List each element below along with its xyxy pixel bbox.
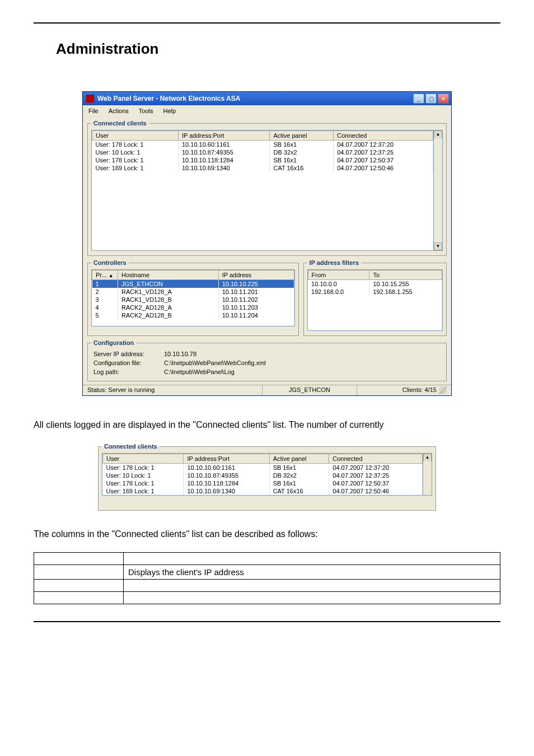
col-ip[interactable]: IP address:Port <box>184 454 269 464</box>
cell: User: 178 Lock: 1 <box>92 156 179 164</box>
menu-tools[interactable]: Tools <box>139 108 153 114</box>
cell: 04.07.2007 12:37:25 <box>334 148 433 156</box>
ip-filters-legend: IP address filters <box>307 259 361 266</box>
cell: 1 <box>92 280 118 288</box>
cell: 192.168.0.0 <box>308 288 369 296</box>
close-button[interactable]: ✕ <box>438 94 449 104</box>
cell: DB 32x2 <box>270 148 334 156</box>
col-panel[interactable]: Active panel <box>269 454 329 464</box>
cell: 2 <box>92 288 118 296</box>
scroll-up-icon[interactable]: ▲ <box>434 130 442 138</box>
cell <box>124 592 500 604</box>
col-pr-label: Pr... <box>96 272 107 278</box>
cell: User: 178 Lock: 1 <box>92 141 179 149</box>
minimize-button[interactable]: _ <box>413 94 424 104</box>
table-row[interactable]: 3 RACK1_VD128_B 10.10.11.202 <box>92 296 294 304</box>
connected-clients-group: Connected clients User IP address:Port A… <box>87 120 447 256</box>
cell: 10.10.10.60:1161 <box>184 464 269 472</box>
table-row[interactable]: User: 10 Lock: 1 10.10.10.87:49355 DB 32… <box>92 148 433 156</box>
table-row[interactable]: User: 178 Lock: 1 10.10.10.118:1284 SB 1… <box>92 156 433 164</box>
col-host[interactable]: Hostname <box>118 270 219 280</box>
menu-actions[interactable]: Actions <box>109 108 129 114</box>
col-from[interactable]: From <box>308 270 369 280</box>
menu-help[interactable]: Help <box>163 108 176 114</box>
body-paragraph-1: All clients logged in are displayed in t… <box>34 418 500 432</box>
cell: 10.10.10.60:1161 <box>179 141 270 149</box>
table-row[interactable]: 192.168.0.0 192.168.1.255 <box>308 288 442 296</box>
cell: RACK1_VD128_A <box>118 288 219 296</box>
table-row[interactable]: User: 10 Lock: 1 10.10.10.87:49355 DB 32… <box>103 472 423 479</box>
cell: RACK2_AD128_B <box>118 311 219 319</box>
col-user[interactable]: User <box>103 454 184 464</box>
connected-clients-table[interactable]: User IP address:Port Active panel Connec… <box>92 130 433 172</box>
col-conn[interactable]: Connected <box>329 454 423 464</box>
controllers-group: Controllers Pr... ▲ Hostname IP address <box>87 259 299 336</box>
vertical-scrollbar[interactable]: ▲ ▼ <box>434 130 443 251</box>
controllers-table[interactable]: Pr... ▲ Hostname IP address 1 JGS_ETHCON… <box>92 270 294 326</box>
config-file-value: C:\Inetpub\WebPanel\WebConfig.xml <box>164 360 266 366</box>
cell: 10.10.11.202 <box>218 296 294 304</box>
window-title: Web Panel Server - Network Electronics A… <box>97 95 240 102</box>
cell: CAT 16x16 <box>269 487 329 495</box>
col-ip[interactable]: IP address:Port <box>179 131 270 141</box>
cell: SB 16x1 <box>269 479 329 487</box>
cell <box>124 580 500 592</box>
cell <box>34 580 124 592</box>
table-row[interactable]: User: 178 Lock: 1 10.10.10.118:1284 SB 1… <box>103 479 423 487</box>
sort-asc-icon: ▲ <box>109 273 114 278</box>
vertical-scrollbar[interactable]: ▲ <box>423 453 432 496</box>
server-ip-value: 10.10.10.78 <box>164 351 196 357</box>
cell: CAT 16x16 <box>270 164 334 172</box>
menu-file[interactable]: File <box>88 108 99 114</box>
scroll-up-icon[interactable]: ▲ <box>423 454 432 461</box>
connected-clients-detail-table[interactable]: User IP address:Port Active panel Connec… <box>102 454 423 495</box>
cell <box>34 565 124 580</box>
table-row: Displays the client's IP address <box>34 565 500 580</box>
cell: 04.07.2007 12:37:25 <box>329 472 423 479</box>
cell: 10.10.10.87:49355 <box>184 472 269 479</box>
cell: User: 10 Lock: 1 <box>92 148 179 156</box>
scroll-down-icon[interactable]: ▼ <box>434 242 442 250</box>
table-row[interactable]: User: 169 Lock: 1 10.10.10.69:1340 CAT 1… <box>103 487 423 495</box>
table-row[interactable]: 2 RACK1_VD128_A 10.10.11.201 <box>92 288 294 296</box>
cell: 10.10.11.201 <box>218 288 294 296</box>
cell: 10.10.10.69:1340 <box>184 487 269 495</box>
connected-clients-detail-group: Connected clients User IP address:Port A… <box>98 443 436 511</box>
col-pr[interactable]: Pr... ▲ <box>92 270 118 280</box>
table-row[interactable]: 1 JGS_ETHCON 10.10.10.225 <box>92 280 294 288</box>
cell: User: 169 Lock: 1 <box>92 164 179 172</box>
maximize-button[interactable]: ▢ <box>425 94 437 104</box>
log-path-value: C:\Inetpub\WebPanel\Log <box>164 368 235 375</box>
ip-filters-table[interactable]: From To 10.10.0.0 10.10.15.255 192.168.0… <box>308 270 442 330</box>
cell: 04.07.2007 12:50:37 <box>334 156 433 164</box>
table-row[interactable]: 4 RACK2_AD128_A 10.10.11.203 <box>92 304 294 311</box>
table-row[interactable]: 10.10.0.0 10.10.15.255 <box>308 280 442 288</box>
table-row[interactable]: User: 178 Lock: 1 10.10.10.60:1161 SB 16… <box>92 141 433 149</box>
cell: User: 10 Lock: 1 <box>103 472 184 479</box>
col-conn[interactable]: Connected <box>334 131 433 141</box>
status-text: Status: Server is running <box>83 385 263 395</box>
col-panel[interactable]: Active panel <box>270 131 334 141</box>
table-row[interactable]: User: 169 Lock: 1 10.10.10.69:1340 CAT 1… <box>92 164 433 172</box>
resize-grip-icon[interactable] <box>439 386 447 394</box>
controllers-legend: Controllers <box>91 259 129 266</box>
cell: JGS_ETHCON <box>118 280 219 288</box>
cell: RACK1_VD128_B <box>118 296 219 304</box>
table-row <box>34 553 500 565</box>
titlebar[interactable]: Web Panel Server - Network Electronics A… <box>83 92 451 105</box>
col-ip2[interactable]: IP address <box>218 270 294 280</box>
columns-description-table: Displays the client's IP address <box>34 552 500 604</box>
cell: 3 <box>92 296 118 304</box>
col-user[interactable]: User <box>92 131 179 141</box>
cell: 04.07.2007 12:50:46 <box>334 164 433 172</box>
table-row[interactable]: 5 RACK2_AD128_B 10.10.11.204 <box>92 311 294 319</box>
col-to[interactable]: To <box>369 270 442 280</box>
cell: 10.10.10.118:1284 <box>184 479 269 487</box>
table-row <box>34 592 500 604</box>
cell: 10.10.15.255 <box>369 280 442 288</box>
table-row[interactable]: User: 178 Lock: 1 10.10.10.60:1161 SB 16… <box>103 464 423 472</box>
status-device: JGS_ETHCON <box>263 385 357 395</box>
cell: 5 <box>92 311 118 319</box>
cell <box>34 592 124 604</box>
config-file-label: Configuration file: <box>93 360 155 366</box>
